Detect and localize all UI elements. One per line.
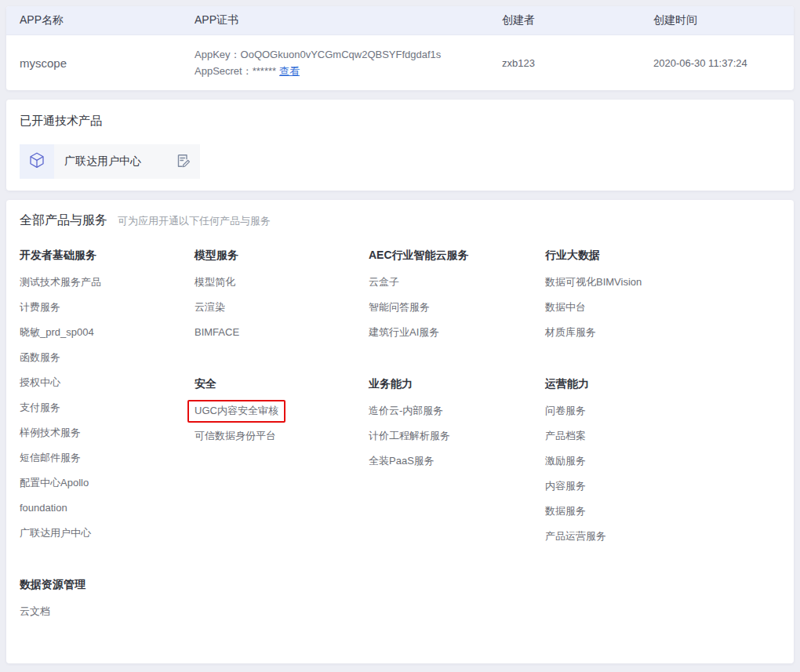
product-link[interactable]: 造价云-内部服务 bbox=[369, 404, 443, 418]
appsecret-masked: ****** bbox=[253, 65, 276, 77]
list-item: 问卷服务 bbox=[545, 403, 725, 428]
view-secret-link[interactable]: 查看 bbox=[279, 65, 300, 77]
product-link[interactable]: 计费服务 bbox=[20, 300, 60, 314]
list-item: 函数服务 bbox=[20, 350, 195, 375]
list-item: 云文档 bbox=[20, 604, 195, 629]
product-link[interactable]: 云渲染 bbox=[195, 300, 225, 314]
product-link[interactable]: 数据中台 bbox=[545, 300, 586, 314]
list-item: 数据中台 bbox=[545, 300, 725, 325]
product-group-title: 行业大数据 bbox=[545, 247, 725, 263]
product-link[interactable]: BIMFACE bbox=[195, 325, 239, 340]
product-link[interactable]: 模型简化 bbox=[195, 275, 235, 289]
product-group-security: 安全 UGC内容安全审核可信数据身份平台 bbox=[195, 376, 369, 453]
product-link[interactable]: 配置中心Apollo bbox=[20, 476, 89, 490]
list-item: 配置中心Apollo bbox=[20, 475, 195, 500]
product-link[interactable]: 支付服务 bbox=[20, 401, 60, 415]
created-time-value: 2020-06-30 11:37:24 bbox=[653, 57, 794, 69]
product-link[interactable]: UGC内容安全审核 bbox=[187, 400, 285, 423]
product-link[interactable]: 产品运营服务 bbox=[545, 529, 606, 543]
product-column-1: 开发者基础服务 测试技术服务产品计费服务晓敏_prd_sp004函数服务授权中心… bbox=[20, 247, 195, 629]
product-group-items: 云文档 bbox=[20, 604, 195, 629]
column-header-app-name: APP名称 bbox=[20, 13, 195, 27]
product-group-title: 模型服务 bbox=[195, 247, 369, 263]
app-name-value: myscope bbox=[20, 56, 195, 70]
product-icon-box bbox=[20, 144, 54, 179]
product-link[interactable]: 全装PaaS服务 bbox=[369, 454, 435, 468]
list-item: 建筑行业AI服务 bbox=[369, 325, 545, 350]
product-link[interactable]: 晓敏_prd_sp004 bbox=[20, 325, 94, 340]
list-item: 可信数据身份平台 bbox=[195, 428, 369, 453]
appsecret-label: AppSecret： bbox=[195, 65, 253, 77]
product-group-items: 测试技术服务产品计费服务晓敏_prd_sp004函数服务授权中心支付服务样例技术… bbox=[20, 274, 195, 550]
product-link[interactable]: 授权中心 bbox=[20, 376, 60, 390]
product-group-items: 造价云-内部服务计价工程解析服务全装PaaS服务 bbox=[369, 403, 545, 478]
appkey-value: OoQOGkuon0vYCGmCqw2QBSYFfdgdaf1s bbox=[241, 49, 442, 60]
all-products-subtitle: 可为应用开通以下任何产品与服务 bbox=[118, 214, 271, 228]
product-group-title: 业务能力 bbox=[369, 376, 545, 391]
product-link[interactable]: 测试技术服务产品 bbox=[20, 275, 101, 289]
list-item: UGC内容安全审核 bbox=[195, 403, 369, 428]
list-item: 样例技术服务 bbox=[20, 425, 195, 450]
product-group-model-services: 模型服务 模型简化云渲染BIMFACE bbox=[195, 247, 369, 350]
list-item: 计价工程解析服务 bbox=[369, 428, 545, 453]
column-header-app-cert: APP证书 bbox=[195, 13, 502, 27]
product-link[interactable]: 数据可视化BIMVision bbox=[545, 275, 642, 289]
list-item: 智能问答服务 bbox=[369, 300, 545, 325]
product-group-title: 安全 bbox=[195, 376, 369, 391]
opened-product-name: 广联达用户中心 bbox=[54, 154, 173, 169]
list-item: 产品运营服务 bbox=[545, 529, 725, 554]
opened-products-title: 已开通技术产品 bbox=[20, 112, 780, 129]
app-cert-cell: AppKey：OoQOGkuon0vYCGmCqw2QBSYFfdgdaf1s … bbox=[195, 46, 502, 79]
list-item: 材质库服务 bbox=[545, 325, 725, 350]
app-detail-page: APP名称 APP证书 创建者 创建时间 myscope AppKey：OoQO… bbox=[0, 0, 800, 672]
app-info-table: APP名称 APP证书 创建者 创建时间 myscope AppKey：OoQO… bbox=[6, 6, 794, 90]
product-group-title: AEC行业智能云服务 bbox=[369, 247, 545, 263]
all-products-section: 全部产品与服务 可为应用开通以下任何产品与服务 开发者基础服务 测试技术服务产品… bbox=[6, 200, 794, 663]
product-link[interactable]: 可信数据身份平台 bbox=[195, 429, 276, 443]
list-item: 造价云-内部服务 bbox=[369, 403, 545, 428]
product-group-title: 数据资源管理 bbox=[20, 576, 195, 592]
edit-product-button[interactable] bbox=[173, 152, 192, 171]
list-item: 支付服务 bbox=[20, 400, 195, 425]
product-link[interactable]: foundation bbox=[20, 501, 67, 515]
product-link[interactable]: 函数服务 bbox=[20, 351, 60, 365]
product-link[interactable]: 云文档 bbox=[20, 605, 50, 619]
product-link[interactable]: 广联达用户中心 bbox=[20, 526, 91, 540]
product-column-3: AEC行业智能云服务 云盒子智能问答服务建筑行业AI服务 业务能力 造价云-内部… bbox=[369, 247, 545, 629]
product-group-items: 云盒子智能问答服务建筑行业AI服务 bbox=[369, 274, 545, 350]
list-item: 短信邮件服务 bbox=[20, 450, 195, 475]
all-products-title: 全部产品与服务 bbox=[20, 212, 107, 229]
product-link[interactable]: 内容服务 bbox=[545, 479, 586, 493]
list-item: foundation bbox=[20, 500, 195, 525]
product-columns: 开发者基础服务 测试技术服务产品计费服务晓敏_prd_sp004函数服务授权中心… bbox=[20, 247, 780, 629]
product-link[interactable]: 数据服务 bbox=[545, 504, 586, 518]
product-link[interactable]: 激励服务 bbox=[545, 454, 586, 468]
product-group-title: 运营能力 bbox=[545, 376, 725, 391]
edit-icon bbox=[175, 153, 191, 171]
list-item: 计费服务 bbox=[20, 300, 195, 325]
list-item: 产品档案 bbox=[545, 428, 725, 453]
list-item: 广联达用户中心 bbox=[20, 525, 195, 550]
product-link[interactable]: 样例技术服务 bbox=[20, 426, 81, 440]
appkey-line: AppKey：OoQOGkuon0vYCGmCqw2QBSYFfdgdaf1s bbox=[195, 46, 502, 63]
list-item: 数据服务 bbox=[545, 503, 725, 529]
creator-value: zxb123 bbox=[502, 57, 653, 69]
list-item: 激励服务 bbox=[545, 453, 725, 478]
product-link[interactable]: 产品档案 bbox=[545, 429, 586, 443]
list-item: 云渲染 bbox=[195, 300, 369, 325]
product-link[interactable]: 计价工程解析服务 bbox=[369, 429, 450, 443]
product-link[interactable]: 智能问答服务 bbox=[369, 300, 430, 314]
table-row: myscope AppKey：OoQOGkuon0vYCGmCqw2QBSYFf… bbox=[6, 35, 794, 90]
product-link[interactable]: 材质库服务 bbox=[545, 325, 596, 340]
product-group-items: UGC内容安全审核可信数据身份平台 bbox=[195, 403, 369, 453]
all-products-header: 全部产品与服务 可为应用开通以下任何产品与服务 bbox=[20, 212, 780, 229]
list-item: 数据可视化BIMVision bbox=[545, 274, 725, 300]
product-link[interactable]: 云盒子 bbox=[369, 275, 399, 289]
product-link[interactable]: 短信邮件服务 bbox=[20, 451, 81, 465]
list-item: 测试技术服务产品 bbox=[20, 274, 195, 300]
product-link[interactable]: 问卷服务 bbox=[545, 404, 586, 418]
product-group-items: 数据可视化BIMVision数据中台材质库服务 bbox=[545, 274, 725, 350]
appsecret-line: AppSecret：******查看 bbox=[195, 63, 502, 79]
product-link[interactable]: 建筑行业AI服务 bbox=[369, 325, 439, 340]
product-column-2: 模型服务 模型简化云渲染BIMFACE 安全 UGC内容安全审核可信数据身份平台 bbox=[195, 247, 369, 629]
